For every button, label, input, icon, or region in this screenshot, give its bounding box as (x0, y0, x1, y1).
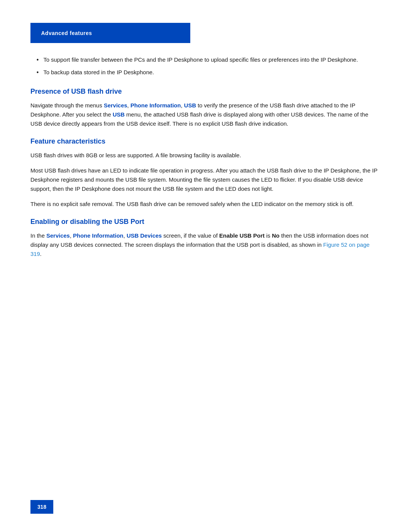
section-enabling: Enabling or disabling the USB Port In th… (30, 218, 381, 259)
enable-usb-port-label: Enable USB Port (219, 232, 264, 239)
characteristics-paragraph-1: USB flash drives with 8GB or less are su… (30, 151, 381, 160)
section-heading-presence: Presence of USB flash drive (30, 88, 381, 96)
services-link: Services (104, 102, 127, 109)
usb-link-2: USB (113, 111, 125, 118)
figure-link[interactable]: Figure 52 on page 319 (30, 241, 370, 257)
characteristics-paragraph-3: There is no explicit safe removal. The U… (30, 200, 381, 209)
no-label: No (272, 232, 279, 239)
presence-paragraph: Navigate through the menus Services, Pho… (30, 101, 381, 128)
header-banner: Advanced features (30, 23, 190, 43)
section-heading-enabling: Enabling or disabling the USB Port (30, 218, 381, 226)
enabling-paragraph: In the Services, Phone Information, USB … (30, 231, 381, 259)
services-link-2: Services (46, 232, 70, 239)
usb-devices-link: USB Devices (127, 232, 162, 239)
section-heading-characteristics: Feature characteristics (30, 137, 381, 145)
section-characteristics: Feature characteristics USB flash drives… (30, 137, 381, 209)
section-presence: Presence of USB flash drive Navigate thr… (30, 88, 381, 128)
page-number: 318 (30, 500, 53, 514)
list-item: To backup data stored in the IP Deskphon… (34, 68, 381, 77)
usb-link: USB (184, 102, 196, 109)
characteristics-paragraph-2: Most USB flash drives have an LED to ind… (30, 166, 381, 193)
list-item: To support file transfer between the PCs… (34, 55, 381, 64)
phone-information-link-2: Phone Information (73, 232, 124, 239)
phone-information-link: Phone Information (131, 102, 181, 109)
header-banner-text: Advanced features (41, 30, 92, 36)
page-container: Advanced features To support file transf… (0, 0, 411, 532)
intro-bullet-list: To support file transfer between the PCs… (30, 55, 381, 77)
